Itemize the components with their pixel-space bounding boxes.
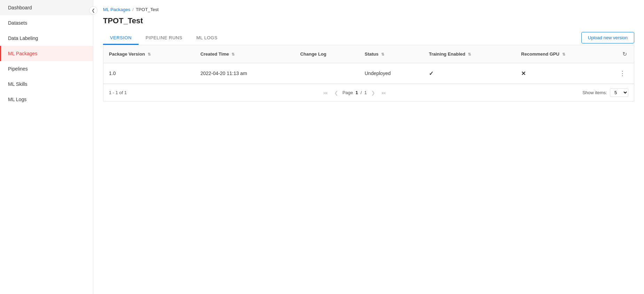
td-recommend-gpu: ✕	[516, 63, 611, 84]
sidebar-item-label: Data Labeling	[8, 35, 38, 41]
td-change-log	[294, 63, 359, 84]
th-package-version[interactable]: Package Version ⇅	[103, 45, 195, 63]
page-separator: /	[361, 90, 362, 95]
td-row-actions: ⋮	[611, 63, 634, 84]
content-area: ML Packages / TPOT_Test TPOT_Test VERSIO…	[93, 0, 644, 294]
sidebar-item-label: ML Packages	[8, 51, 37, 56]
sidebar-item-data-labeling[interactable]: Data Labeling	[0, 31, 93, 46]
pagination-controls: ⏮ ❮ Page 1 / 1 ❯ ⏭	[321, 89, 388, 97]
th-change-log: Change Log	[294, 45, 359, 63]
table-row: 1.0 2022-04-20 11:13 am Undeployed ✓ ✕ ⋮	[103, 63, 634, 84]
tabs-row: VERSION PIPELINE RUNS ML LOGS Upload new…	[103, 32, 634, 45]
breadcrumb-separator: /	[132, 7, 134, 12]
main-content: ML Packages / TPOT_Test TPOT_Test VERSIO…	[93, 0, 644, 294]
upload-new-version-button[interactable]: Upload new version	[581, 32, 634, 43]
current-page-num: 1	[355, 90, 358, 95]
page-text: Page	[343, 90, 353, 95]
show-items-label: Show items:	[582, 90, 607, 95]
sidebar-item-pipelines[interactable]: Pipelines	[0, 61, 93, 76]
row-more-options-button[interactable]: ⋮	[616, 68, 628, 79]
tab-version[interactable]: VERSION	[103, 32, 139, 45]
show-items-control: Show items: 5 10 20 50	[582, 88, 628, 97]
sidebar-item-label: Pipelines	[8, 66, 28, 72]
sidebar-item-label: ML Skills	[8, 81, 28, 87]
show-items-select[interactable]: 5 10 20 50	[610, 88, 628, 97]
th-recommend-gpu[interactable]: Recommend GPU ⇅	[516, 45, 611, 63]
sidebar: ❮ Dashboard Datasets Data Labeling ML Pa…	[0, 0, 93, 294]
breadcrumb-ml-packages-link[interactable]: ML Packages	[103, 7, 130, 12]
prev-page-button[interactable]: ❮	[332, 89, 340, 97]
pagination-row: 1 - 1 of 1 ⏮ ❮ Page 1 / 1 ❯ ⏭ Show items…	[103, 84, 634, 101]
sidebar-item-ml-skills[interactable]: ML Skills	[0, 76, 93, 92]
first-page-button[interactable]: ⏮	[321, 89, 330, 97]
td-training-enabled: ✓	[423, 63, 516, 84]
sort-icon-package-version: ⇅	[148, 52, 151, 57]
th-status[interactable]: Status ⇅	[359, 45, 423, 63]
sort-icon-created-time: ⇅	[231, 52, 235, 57]
breadcrumb: ML Packages / TPOT_Test	[103, 7, 634, 12]
recommend-gpu-x-icon: ✕	[521, 71, 526, 76]
page-label: Page 1 / 1	[343, 90, 367, 95]
sidebar-item-ml-packages[interactable]: ML Packages	[0, 46, 93, 61]
th-label-training-enabled: Training Enabled	[429, 51, 465, 57]
sort-icon-status: ⇅	[381, 52, 384, 57]
refresh-button[interactable]: ↻	[621, 49, 628, 59]
th-label-recommend-gpu: Recommend GPU	[521, 51, 559, 57]
th-label-created-time: Created Time	[201, 51, 229, 57]
sidebar-item-label: Datasets	[8, 20, 27, 26]
td-status: Undeployed	[359, 63, 423, 84]
td-package-version: 1.0	[103, 63, 195, 84]
tab-ml-logs[interactable]: ML LOGS	[189, 32, 225, 45]
sidebar-item-dashboard[interactable]: Dashboard	[0, 0, 93, 15]
page-title: TPOT_Test	[103, 16, 634, 25]
last-page-button[interactable]: ⏭	[379, 89, 388, 97]
pagination-range: 1 - 1 of 1	[109, 90, 127, 95]
sort-icon-training-enabled: ⇅	[468, 52, 471, 57]
th-label-status: Status	[365, 51, 379, 57]
tab-pipeline-runs[interactable]: PIPELINE RUNS	[139, 32, 189, 45]
th-actions: ↻	[611, 45, 634, 63]
th-training-enabled[interactable]: Training Enabled ⇅	[423, 45, 516, 63]
sidebar-item-label: ML Logs	[8, 97, 26, 102]
sidebar-item-datasets[interactable]: Datasets	[0, 15, 93, 31]
versions-table: Package Version ⇅ Created Time ⇅ Change …	[103, 45, 634, 84]
th-created-time[interactable]: Created Time ⇅	[195, 45, 295, 63]
total-pages: 1	[364, 90, 367, 95]
th-label-change-log: Change Log	[300, 51, 326, 57]
td-created-time: 2022-04-20 11:13 am	[195, 63, 295, 84]
sidebar-item-ml-logs[interactable]: ML Logs	[0, 92, 93, 107]
table-header-row: Package Version ⇅ Created Time ⇅ Change …	[103, 45, 634, 63]
next-page-button[interactable]: ❯	[369, 89, 377, 97]
breadcrumb-current: TPOT_Test	[136, 7, 159, 12]
sidebar-collapse-button[interactable]: ❮	[89, 6, 97, 15]
sidebar-item-label: Dashboard	[8, 5, 32, 10]
sort-icon-recommend-gpu: ⇅	[562, 52, 565, 57]
tabs: VERSION PIPELINE RUNS ML LOGS	[103, 32, 225, 45]
th-label-package-version: Package Version	[109, 51, 145, 57]
versions-table-container: Package Version ⇅ Created Time ⇅ Change …	[103, 45, 634, 101]
training-enabled-check-icon: ✓	[429, 71, 433, 76]
